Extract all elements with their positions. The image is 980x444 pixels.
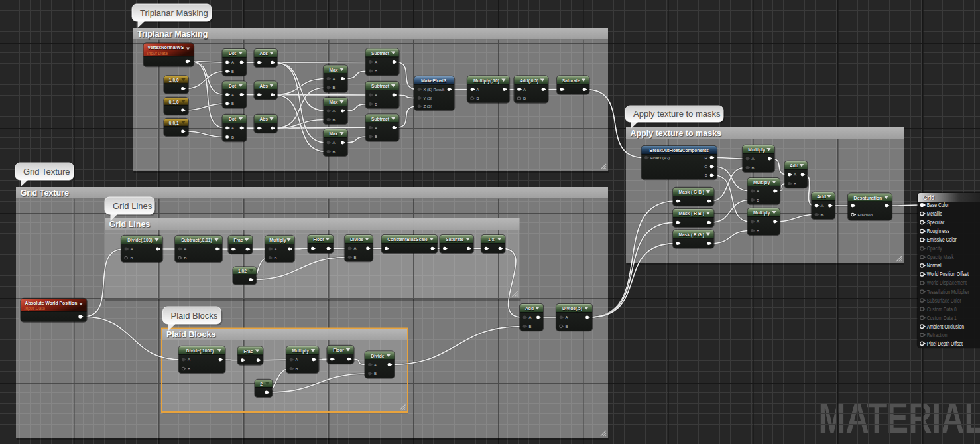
svg-text:A: A xyxy=(757,189,759,193)
svg-text:A: A xyxy=(794,173,796,177)
svg-text:Subtract: Subtract xyxy=(371,51,390,56)
svg-text:Plaid Blocks: Plaid Blocks xyxy=(171,311,218,321)
svg-text:A: A xyxy=(821,204,824,208)
svg-text:Floor: Floor xyxy=(313,237,324,242)
svg-text:VertexNormalWS: VertexNormalWS xyxy=(148,45,184,50)
svg-text:Multiply: Multiply xyxy=(753,180,770,185)
svg-text:Frac: Frac xyxy=(233,238,243,242)
svg-text:Apply texture to masks: Apply texture to masks xyxy=(631,129,722,138)
svg-text:Absolute World Position: Absolute World Position xyxy=(25,301,78,305)
svg-text:Add: Add xyxy=(790,163,798,168)
svg-text:B: B xyxy=(333,150,336,154)
svg-text:Add: Add xyxy=(817,194,826,199)
svg-text:1-x: 1-x xyxy=(488,237,495,242)
svg-text:Subsurface Color: Subsurface Color xyxy=(927,297,961,304)
svg-text:Multiply: Multiply xyxy=(292,348,310,354)
svg-text:Roughness: Roughness xyxy=(927,228,949,234)
svg-text:1.02: 1.02 xyxy=(238,269,247,273)
svg-text:Float3 (V3): Float3 (V3) xyxy=(650,156,670,160)
svg-text:A: A xyxy=(752,157,755,161)
svg-text:Grid Lines: Grid Lines xyxy=(113,201,153,211)
svg-text:Base Color: Base Color xyxy=(927,202,949,208)
svg-text:B: B xyxy=(375,102,377,106)
svg-text:Pixel Depth Offset: Pixel Depth Offset xyxy=(927,340,963,347)
svg-text:A: A xyxy=(184,247,187,251)
svg-text:Divide(,1000): Divide(,1000) xyxy=(186,348,214,354)
svg-text:World Displacement: World Displacement xyxy=(927,279,967,286)
svg-text:Input Data: Input Data xyxy=(147,51,168,56)
svg-text:Specular: Specular xyxy=(927,219,945,226)
svg-text:Normal: Normal xyxy=(927,262,942,269)
svg-text:Max: Max xyxy=(329,68,337,72)
svg-text:Max: Max xyxy=(329,131,337,136)
svg-text:A: A xyxy=(333,77,336,81)
svg-text:Apply texture to masks: Apply texture to masks xyxy=(633,109,721,119)
svg-text:B: B xyxy=(231,102,234,106)
svg-text:A: A xyxy=(188,358,190,362)
svg-text:Metallic: Metallic xyxy=(927,210,942,217)
svg-text:A: A xyxy=(566,315,568,319)
svg-text:Max: Max xyxy=(329,100,337,104)
svg-text:BreakOutFloat3Components: BreakOutFloat3Components xyxy=(650,148,709,153)
svg-text:B: B xyxy=(757,229,759,233)
svg-text:B: B xyxy=(333,86,336,90)
svg-text:B: B xyxy=(275,256,277,260)
svg-text:Plaid Blocks: Plaid Blocks xyxy=(166,330,215,339)
svg-text:Multiply: Multiply xyxy=(753,210,770,216)
svg-text:B: B xyxy=(333,118,336,122)
svg-text:Dot: Dot xyxy=(229,84,237,88)
svg-text:Multiply(,10): Multiply(,10) xyxy=(473,78,499,84)
svg-text:Grid Lines: Grid Lines xyxy=(109,220,151,229)
svg-text:Multiply: Multiply xyxy=(269,238,286,243)
svg-text:A: A xyxy=(333,109,336,113)
svg-text:Tessellation Multiplier: Tessellation Multiplier xyxy=(927,289,969,295)
svg-text:A: A xyxy=(296,358,298,362)
svg-text:Custom Data 1: Custom Data 1 xyxy=(927,315,957,321)
svg-text:Custom Data 0: Custom Data 0 xyxy=(927,306,957,313)
svg-text:A: A xyxy=(231,93,234,97)
svg-text:B: B xyxy=(794,182,796,186)
svg-text:Saturate: Saturate xyxy=(446,237,463,242)
svg-text:Divide(,100): Divide(,100) xyxy=(127,238,153,243)
svg-text:Triplanar Masking: Triplanar Masking xyxy=(137,29,208,38)
svg-text:B: B xyxy=(529,325,532,329)
svg-text:B: B xyxy=(231,135,234,139)
svg-text:A: A xyxy=(529,315,532,319)
svg-text:Grid Texture: Grid Texture xyxy=(21,188,69,198)
svg-text:Refraction: Refraction xyxy=(927,332,948,338)
svg-text:Abs: Abs xyxy=(259,84,268,88)
svg-text:Opacity: Opacity xyxy=(927,245,942,252)
svg-text:B: B xyxy=(752,166,755,170)
svg-text:A: A xyxy=(231,126,234,130)
svg-text:B: B xyxy=(523,96,526,100)
svg-text:Input Data: Input Data xyxy=(25,306,46,311)
svg-text:B: B xyxy=(375,135,377,139)
svg-text:Divide: Divide xyxy=(350,237,363,242)
svg-text:0,1,0: 0,1,0 xyxy=(169,100,179,105)
svg-text:Z (S): Z (S) xyxy=(424,104,432,108)
svg-text:Abs: Abs xyxy=(259,51,268,56)
svg-text:Triplanar Masking: Triplanar Masking xyxy=(140,8,208,18)
svg-text:G: G xyxy=(704,164,707,169)
svg-text:Saturate: Saturate xyxy=(562,78,580,83)
svg-text:Y (S): Y (S) xyxy=(424,96,432,100)
svg-text:A: A xyxy=(477,88,479,92)
svg-text:Multiply: Multiply xyxy=(748,147,765,153)
svg-text:A: A xyxy=(375,93,377,97)
svg-text:Add: Add xyxy=(525,306,534,311)
svg-text:Grid Texture: Grid Texture xyxy=(23,167,70,177)
svg-text:A: A xyxy=(131,247,133,251)
svg-text:A: A xyxy=(333,141,336,145)
svg-text:Abs: Abs xyxy=(259,117,268,121)
svg-text:B: B xyxy=(231,70,234,74)
svg-text:A: A xyxy=(523,88,526,92)
svg-text:Mask ( G B ): Mask ( G B ) xyxy=(678,190,704,195)
svg-text:A: A xyxy=(231,60,234,64)
svg-text:Emissive Color: Emissive Color xyxy=(927,236,957,243)
svg-text:ConstantBiasScale: ConstantBiasScale xyxy=(387,237,428,242)
svg-text:A: A xyxy=(354,246,357,250)
svg-text:0,0,1: 0,0,1 xyxy=(169,121,179,126)
svg-text:Mask ( R G ): Mask ( R G ) xyxy=(678,232,704,238)
svg-text:Subtract: Subtract xyxy=(371,84,390,88)
svg-text:Ambient Occlusion: Ambient Occlusion xyxy=(927,323,964,330)
